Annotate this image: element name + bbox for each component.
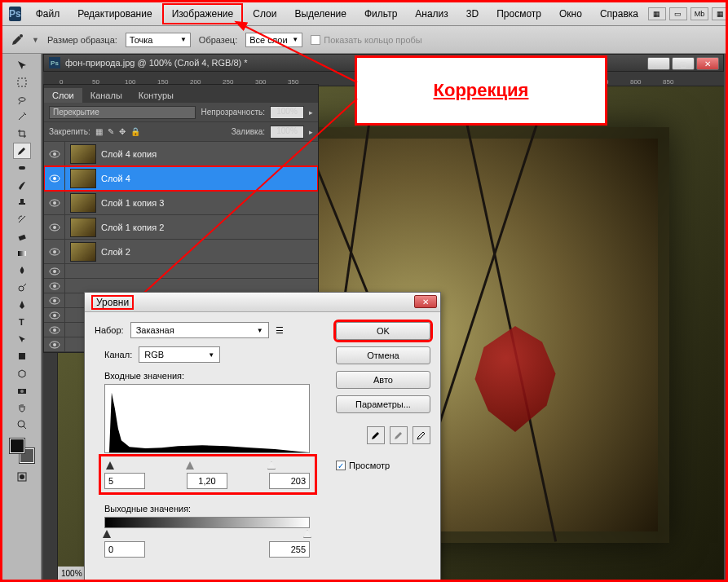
eye-icon[interactable] (49, 223, 60, 231)
workspace-icon-4[interactable]: ▦ (712, 7, 728, 20)
menu-filter[interactable]: Фильтр (356, 5, 405, 23)
lock-all-icon[interactable]: 🔒 (130, 127, 140, 136)
wand-tool[interactable] (13, 108, 31, 125)
marquee-tool[interactable] (13, 74, 31, 90)
white-eyedropper[interactable] (413, 426, 430, 444)
zoom-tool[interactable] (13, 417, 31, 433)
workspace-icon-2[interactable]: ▭ (669, 7, 687, 20)
lock-transparent-icon[interactable]: ▦ (95, 127, 103, 136)
chevron-right-icon[interactable]: ▸ (309, 108, 313, 117)
layer-row[interactable]: Слой 1 копия 3 (44, 191, 318, 215)
history-brush-tool[interactable] (13, 211, 31, 227)
black-input[interactable] (104, 473, 145, 489)
move-tool[interactable] (13, 57, 31, 73)
zoom-indicator[interactable]: 100% (58, 567, 86, 580)
cancel-button[interactable]: Отмена (336, 346, 430, 364)
stamp-tool[interactable] (13, 194, 31, 210)
dialog-close-button[interactable]: ✕ (414, 295, 437, 308)
eye-icon[interactable] (49, 199, 60, 207)
eye-icon[interactable] (49, 282, 60, 290)
histogram[interactable] (104, 384, 310, 453)
maximize-button[interactable]: ◻ (672, 57, 695, 70)
layer-row[interactable]: Слой 2 (44, 240, 318, 264)
eye-icon[interactable] (49, 150, 60, 158)
eye-icon[interactable] (49, 311, 60, 320)
crop-tool[interactable] (13, 126, 31, 142)
gray-eyedropper[interactable] (390, 426, 408, 444)
layer-name[interactable]: Слой 2 (101, 247, 130, 257)
white-input[interactable] (269, 473, 310, 489)
output-white-input[interactable] (269, 541, 310, 558)
menu-help[interactable]: Справка (592, 5, 646, 23)
layer-row[interactable] (44, 264, 318, 279)
dialog-titlebar[interactable]: Уровни ✕ (85, 293, 440, 312)
menu-image[interactable]: Изображение (162, 3, 244, 24)
sample-size-select[interactable]: Точка▼ (126, 33, 191, 47)
pen-tool[interactable] (13, 297, 31, 313)
preset-menu-icon[interactable]: ☰ (276, 325, 284, 336)
foreground-color-swatch[interactable] (10, 439, 24, 453)
workspace-icon-mb[interactable]: Mb (690, 7, 708, 20)
opacity-input[interactable]: 100% (270, 106, 304, 119)
eye-icon[interactable] (49, 297, 60, 305)
dodge-tool[interactable] (13, 280, 31, 296)
eraser-tool[interactable] (13, 228, 31, 245)
tab-layers[interactable]: Слои (44, 88, 82, 103)
layer-name[interactable]: Слой 1 копия 3 (101, 198, 164, 208)
lock-move-icon[interactable]: ✥ (119, 127, 126, 136)
tab-channels[interactable]: Каналы (82, 88, 130, 103)
output-black-input[interactable] (104, 541, 145, 558)
ok-button[interactable]: OK (336, 322, 430, 340)
gray-point-handle[interactable] (186, 461, 194, 470)
heal-tool[interactable] (13, 160, 31, 176)
eye-icon[interactable] (49, 341, 60, 349)
close-button[interactable]: ✕ (696, 57, 719, 70)
options-button[interactable]: Параметры... (336, 395, 430, 413)
blur-tool[interactable] (13, 262, 31, 279)
eye-icon[interactable] (49, 326, 60, 334)
layer-name[interactable]: Слой 4 копия (101, 149, 157, 159)
gamma-input[interactable] (187, 473, 227, 489)
channel-select[interactable]: RGB▼ (139, 346, 220, 363)
3d-tool[interactable] (13, 365, 31, 381)
chevron-down-icon[interactable]: ▼ (32, 36, 39, 44)
workspace-icon-1[interactable]: ▦ (648, 7, 666, 20)
eyedropper-tool[interactable] (13, 143, 31, 159)
show-ring-checkbox[interactable]: Показать кольцо пробы (311, 35, 422, 45)
output-slider[interactable] (104, 530, 310, 538)
input-slider[interactable] (104, 461, 310, 470)
menu-analysis[interactable]: Анализ (407, 5, 457, 23)
white-point-handle[interactable] (267, 461, 276, 470)
fill-input[interactable]: 100% (270, 126, 304, 139)
layer-row[interactable]: Слой 1 копия 2 (44, 215, 318, 240)
menu-window[interactable]: Окно (551, 5, 590, 23)
output-white-handle[interactable] (303, 530, 311, 538)
lasso-tool[interactable] (13, 91, 31, 108)
layer-row[interactable]: Слой 4 копия (44, 142, 318, 166)
gradient-tool[interactable] (13, 245, 31, 262)
menu-edit[interactable]: Редактирование (69, 5, 160, 23)
camera-tool[interactable] (13, 382, 31, 399)
quickmask-tool[interactable] (13, 469, 31, 485)
menu-file[interactable]: Файл (28, 5, 68, 23)
layer-name[interactable]: Слой 4 (101, 174, 130, 183)
menu-view[interactable]: Просмотр (488, 5, 549, 23)
type-tool[interactable]: T (13, 314, 31, 330)
black-point-handle[interactable] (106, 461, 114, 470)
layer-row[interactable]: Слой 4 (44, 166, 318, 191)
lock-brush-icon[interactable]: ✎ (108, 127, 114, 136)
black-eyedropper[interactable] (367, 426, 385, 444)
chevron-right-icon[interactable]: ▸ (309, 128, 313, 136)
brush-tool[interactable] (13, 177, 31, 193)
output-gradient[interactable] (104, 517, 310, 528)
auto-button[interactable]: Авто (336, 371, 430, 389)
blend-mode-select[interactable]: Перекрытие (49, 106, 196, 119)
shape-tool[interactable] (13, 348, 31, 364)
sample-layers-select[interactable]: Все слои▼ (245, 33, 302, 47)
path-select-tool[interactable] (13, 331, 31, 347)
minimize-button[interactable]: ─ (647, 57, 670, 70)
eye-icon[interactable] (49, 174, 60, 183)
hand-tool[interactable] (13, 399, 31, 416)
menu-3d[interactable]: 3D (458, 5, 487, 23)
menu-select[interactable]: Выделение (286, 5, 355, 23)
